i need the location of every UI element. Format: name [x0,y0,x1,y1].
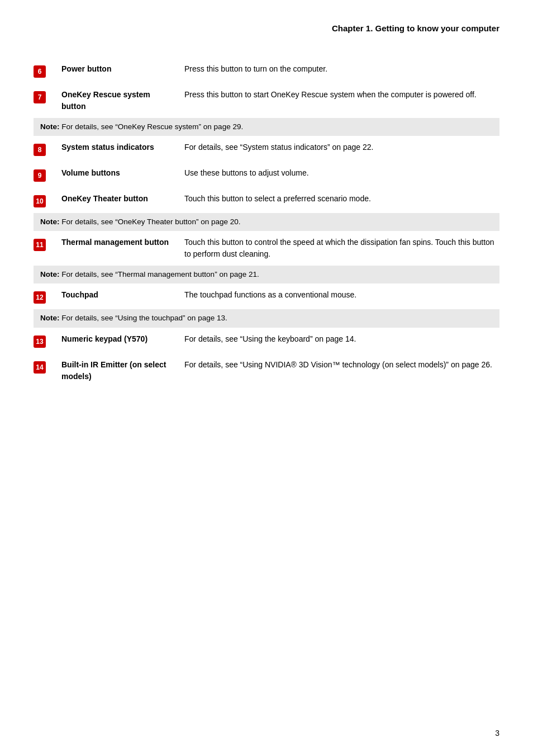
item-badge: 8 [34,144,46,156]
note-row: Note: For details, see “Thermal manageme… [34,266,499,284]
chapter-title: Chapter 1. Getting to know your computer [34,22,499,35]
row-number-col: 11 [34,237,61,251]
note-label: Note: [40,122,61,131]
row-number-col: 14 [34,359,61,374]
table-row: 11Thermal management buttonTouch this bu… [34,231,499,266]
note-row: Note: For details, see “Using the touchp… [34,309,499,327]
note-row: Note: For details, see “OneKey Rescue sy… [34,118,499,136]
note-label: Note: [40,218,61,226]
item-badge: 10 [34,195,46,207]
table-row: 10OneKey Theater buttonTouch this button… [34,187,499,213]
note-text: Note: For details, see “OneKey Theater b… [40,218,240,226]
table-row: 14Built-in IR Emitter (on select models)… [34,353,499,388]
table-row: 7OneKey Rescue system buttonPress this b… [34,83,499,118]
row-number-col: 13 [34,333,61,348]
item-description: For details, see “System status indicato… [184,141,499,153]
note-label: Note: [40,270,61,278]
item-description: For details, see “Using the keyboard” on… [184,333,499,345]
note-text: Note: For details, see “OneKey Rescue sy… [40,122,243,131]
item-label: Volume buttons [61,167,184,179]
item-label: System status indicators [61,141,184,153]
item-description: Press this button to start OneKey Rescue… [184,89,499,101]
item-description: For details, see “Using NVIDIA® 3D Visio… [184,359,499,371]
row-number-col: 9 [34,167,61,182]
item-label: Built-in IR Emitter (on select models) [61,359,184,382]
table-row: 9Volume buttonsUse these buttons to adju… [34,162,499,187]
row-number-col: 7 [34,89,61,103]
item-label: Thermal management button [61,237,184,248]
table-row: 12TouchpadThe touchpad functions as a co… [34,284,499,309]
item-label: Numeric keypad (Y570) [61,333,184,345]
note-label: Note: [40,314,61,322]
item-label: OneKey Theater button [61,193,184,205]
item-badge: 6 [34,65,46,78]
note-text: Note: For details, see “Thermal manageme… [40,270,259,278]
table-row: 8System status indicatorsFor details, se… [34,136,499,162]
item-description: Use these buttons to adjust volume. [184,167,499,179]
item-badge: 13 [34,336,46,348]
row-number-col: 10 [34,193,61,207]
item-description: Touch this button to select a preferred … [184,193,499,205]
row-number-col: 6 [34,63,61,78]
table-row: 13Numeric keypad (Y570)For details, see … [34,328,499,353]
item-description: Press this button to turn on the compute… [184,63,499,75]
content-table: 6Power buttonPress this button to turn o… [34,58,499,388]
note-row: Note: For details, see “OneKey Theater b… [34,213,499,231]
row-number-col: 8 [34,141,61,156]
row-number-col: 12 [34,289,61,304]
item-description: Touch this button to control the speed a… [184,237,499,260]
item-description: The touchpad functions as a conventional… [184,289,499,301]
item-label: Touchpad [61,289,184,301]
item-label: OneKey Rescue system button [61,89,184,112]
item-badge: 14 [34,361,46,374]
item-label: Power button [61,63,184,75]
item-badge: 9 [34,169,46,182]
item-badge: 11 [34,239,46,251]
note-text: Note: For details, see “Using the touchp… [40,314,227,322]
table-row: 6Power buttonPress this button to turn o… [34,58,499,83]
item-badge: 12 [34,291,46,304]
item-badge: 7 [34,91,46,103]
